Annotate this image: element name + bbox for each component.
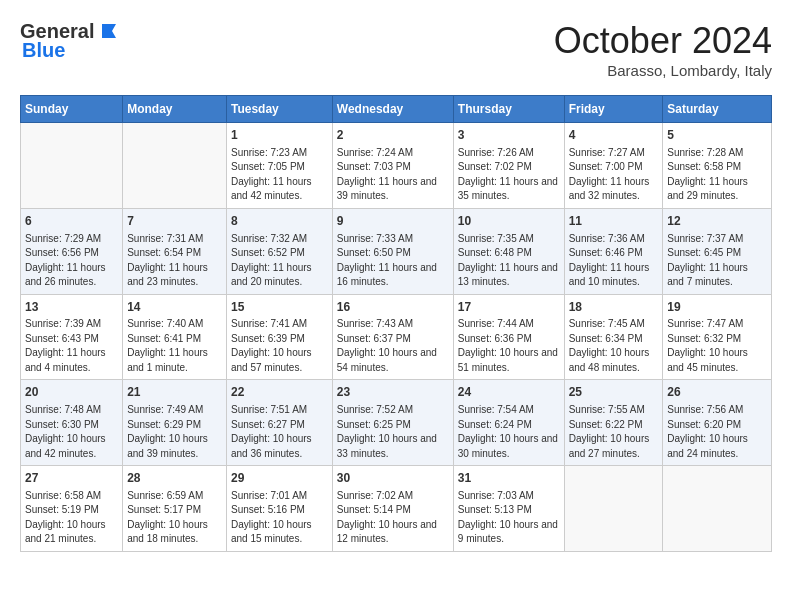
- day-number: 30: [337, 470, 449, 487]
- calendar-cell: 4Sunrise: 7:27 AM Sunset: 7:00 PM Daylig…: [564, 123, 663, 209]
- day-number: 12: [667, 213, 767, 230]
- calendar-week-row: 1Sunrise: 7:23 AM Sunset: 7:05 PM Daylig…: [21, 123, 772, 209]
- calendar-cell: 18Sunrise: 7:45 AM Sunset: 6:34 PM Dayli…: [564, 294, 663, 380]
- day-number: 6: [25, 213, 118, 230]
- day-content: Sunrise: 7:51 AM Sunset: 6:27 PM Dayligh…: [231, 403, 328, 461]
- calendar-cell: 11Sunrise: 7:36 AM Sunset: 6:46 PM Dayli…: [564, 208, 663, 294]
- day-content: Sunrise: 7:35 AM Sunset: 6:48 PM Dayligh…: [458, 232, 560, 290]
- weekday-header-sunday: Sunday: [21, 96, 123, 123]
- day-content: Sunrise: 7:32 AM Sunset: 6:52 PM Dayligh…: [231, 232, 328, 290]
- calendar-cell: 29Sunrise: 7:01 AM Sunset: 5:16 PM Dayli…: [227, 466, 333, 552]
- day-content: Sunrise: 7:33 AM Sunset: 6:50 PM Dayligh…: [337, 232, 449, 290]
- day-content: Sunrise: 7:40 AM Sunset: 6:41 PM Dayligh…: [127, 317, 222, 375]
- day-number: 20: [25, 384, 118, 401]
- day-number: 2: [337, 127, 449, 144]
- day-content: Sunrise: 7:49 AM Sunset: 6:29 PM Dayligh…: [127, 403, 222, 461]
- calendar-cell: [21, 123, 123, 209]
- day-number: 29: [231, 470, 328, 487]
- calendar-cell: 23Sunrise: 7:52 AM Sunset: 6:25 PM Dayli…: [332, 380, 453, 466]
- weekday-header-monday: Monday: [123, 96, 227, 123]
- calendar-cell: 20Sunrise: 7:48 AM Sunset: 6:30 PM Dayli…: [21, 380, 123, 466]
- weekday-header-row: SundayMondayTuesdayWednesdayThursdayFrid…: [21, 96, 772, 123]
- calendar-cell: 9Sunrise: 7:33 AM Sunset: 6:50 PM Daylig…: [332, 208, 453, 294]
- calendar-cell: 27Sunrise: 6:58 AM Sunset: 5:19 PM Dayli…: [21, 466, 123, 552]
- day-number: 8: [231, 213, 328, 230]
- calendar-week-row: 27Sunrise: 6:58 AM Sunset: 5:19 PM Dayli…: [21, 466, 772, 552]
- day-content: Sunrise: 7:03 AM Sunset: 5:13 PM Dayligh…: [458, 489, 560, 547]
- day-content: Sunrise: 7:52 AM Sunset: 6:25 PM Dayligh…: [337, 403, 449, 461]
- calendar-cell: 7Sunrise: 7:31 AM Sunset: 6:54 PM Daylig…: [123, 208, 227, 294]
- day-number: 26: [667, 384, 767, 401]
- weekday-header-saturday: Saturday: [663, 96, 772, 123]
- calendar-table: SundayMondayTuesdayWednesdayThursdayFrid…: [20, 95, 772, 552]
- calendar-title-area: October 2024 Barasso, Lombardy, Italy: [554, 20, 772, 79]
- calendar-cell: 5Sunrise: 7:28 AM Sunset: 6:58 PM Daylig…: [663, 123, 772, 209]
- calendar-cell: 19Sunrise: 7:47 AM Sunset: 6:32 PM Dayli…: [663, 294, 772, 380]
- calendar-cell: 10Sunrise: 7:35 AM Sunset: 6:48 PM Dayli…: [453, 208, 564, 294]
- logo-flag-icon: [98, 20, 120, 42]
- day-number: 13: [25, 299, 118, 316]
- page-header: General Blue October 2024 Barasso, Lomba…: [20, 20, 772, 79]
- day-number: 16: [337, 299, 449, 316]
- day-content: Sunrise: 7:54 AM Sunset: 6:24 PM Dayligh…: [458, 403, 560, 461]
- day-content: Sunrise: 7:47 AM Sunset: 6:32 PM Dayligh…: [667, 317, 767, 375]
- calendar-cell: [123, 123, 227, 209]
- calendar-cell: 15Sunrise: 7:41 AM Sunset: 6:39 PM Dayli…: [227, 294, 333, 380]
- day-number: 1: [231, 127, 328, 144]
- weekday-header-thursday: Thursday: [453, 96, 564, 123]
- day-number: 14: [127, 299, 222, 316]
- calendar-cell: 30Sunrise: 7:02 AM Sunset: 5:14 PM Dayli…: [332, 466, 453, 552]
- calendar-cell: 14Sunrise: 7:40 AM Sunset: 6:41 PM Dayli…: [123, 294, 227, 380]
- month-title: October 2024: [554, 20, 772, 62]
- day-number: 17: [458, 299, 560, 316]
- weekday-header-wednesday: Wednesday: [332, 96, 453, 123]
- day-content: Sunrise: 7:28 AM Sunset: 6:58 PM Dayligh…: [667, 146, 767, 204]
- day-number: 7: [127, 213, 222, 230]
- day-content: Sunrise: 7:45 AM Sunset: 6:34 PM Dayligh…: [569, 317, 659, 375]
- day-number: 19: [667, 299, 767, 316]
- calendar-cell: [663, 466, 772, 552]
- calendar-week-row: 13Sunrise: 7:39 AM Sunset: 6:43 PM Dayli…: [21, 294, 772, 380]
- day-number: 25: [569, 384, 659, 401]
- day-number: 18: [569, 299, 659, 316]
- day-number: 4: [569, 127, 659, 144]
- day-content: Sunrise: 7:31 AM Sunset: 6:54 PM Dayligh…: [127, 232, 222, 290]
- calendar-cell: 1Sunrise: 7:23 AM Sunset: 7:05 PM Daylig…: [227, 123, 333, 209]
- calendar-week-row: 20Sunrise: 7:48 AM Sunset: 6:30 PM Dayli…: [21, 380, 772, 466]
- day-number: 3: [458, 127, 560, 144]
- calendar-cell: 2Sunrise: 7:24 AM Sunset: 7:03 PM Daylig…: [332, 123, 453, 209]
- day-number: 27: [25, 470, 118, 487]
- day-content: Sunrise: 7:55 AM Sunset: 6:22 PM Dayligh…: [569, 403, 659, 461]
- day-content: Sunrise: 7:56 AM Sunset: 6:20 PM Dayligh…: [667, 403, 767, 461]
- day-number: 23: [337, 384, 449, 401]
- weekday-header-friday: Friday: [564, 96, 663, 123]
- calendar-cell: 13Sunrise: 7:39 AM Sunset: 6:43 PM Dayli…: [21, 294, 123, 380]
- day-number: 22: [231, 384, 328, 401]
- calendar-cell: 22Sunrise: 7:51 AM Sunset: 6:27 PM Dayli…: [227, 380, 333, 466]
- calendar-cell: 6Sunrise: 7:29 AM Sunset: 6:56 PM Daylig…: [21, 208, 123, 294]
- logo: General Blue: [20, 20, 120, 62]
- day-number: 5: [667, 127, 767, 144]
- calendar-cell: 28Sunrise: 6:59 AM Sunset: 5:17 PM Dayli…: [123, 466, 227, 552]
- calendar-cell: 31Sunrise: 7:03 AM Sunset: 5:13 PM Dayli…: [453, 466, 564, 552]
- day-content: Sunrise: 6:58 AM Sunset: 5:19 PM Dayligh…: [25, 489, 118, 547]
- calendar-cell: 8Sunrise: 7:32 AM Sunset: 6:52 PM Daylig…: [227, 208, 333, 294]
- calendar-cell: 17Sunrise: 7:44 AM Sunset: 6:36 PM Dayli…: [453, 294, 564, 380]
- day-content: Sunrise: 7:29 AM Sunset: 6:56 PM Dayligh…: [25, 232, 118, 290]
- day-number: 15: [231, 299, 328, 316]
- day-content: Sunrise: 7:41 AM Sunset: 6:39 PM Dayligh…: [231, 317, 328, 375]
- day-content: Sunrise: 7:26 AM Sunset: 7:02 PM Dayligh…: [458, 146, 560, 204]
- day-number: 10: [458, 213, 560, 230]
- day-number: 28: [127, 470, 222, 487]
- calendar-cell: 21Sunrise: 7:49 AM Sunset: 6:29 PM Dayli…: [123, 380, 227, 466]
- day-content: Sunrise: 7:37 AM Sunset: 6:45 PM Dayligh…: [667, 232, 767, 290]
- day-content: Sunrise: 7:36 AM Sunset: 6:46 PM Dayligh…: [569, 232, 659, 290]
- day-number: 11: [569, 213, 659, 230]
- calendar-cell: 12Sunrise: 7:37 AM Sunset: 6:45 PM Dayli…: [663, 208, 772, 294]
- day-number: 31: [458, 470, 560, 487]
- calendar-cell: 24Sunrise: 7:54 AM Sunset: 6:24 PM Dayli…: [453, 380, 564, 466]
- day-content: Sunrise: 7:44 AM Sunset: 6:36 PM Dayligh…: [458, 317, 560, 375]
- day-content: Sunrise: 7:39 AM Sunset: 6:43 PM Dayligh…: [25, 317, 118, 375]
- day-content: Sunrise: 7:02 AM Sunset: 5:14 PM Dayligh…: [337, 489, 449, 547]
- calendar-cell: [564, 466, 663, 552]
